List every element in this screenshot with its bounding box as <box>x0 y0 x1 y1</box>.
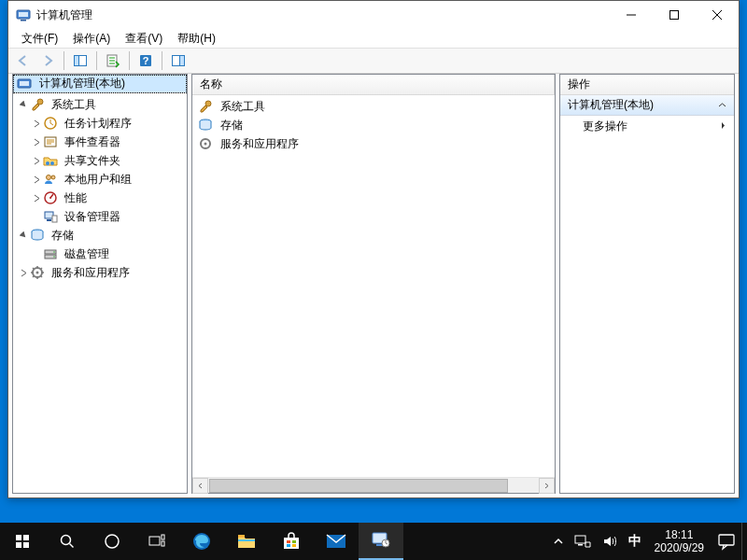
tree-node-device-manager[interactable]: 设备管理器 <box>13 207 187 226</box>
svg-point-13 <box>37 99 43 105</box>
menu-action[interactable]: 操作(A) <box>65 29 118 49</box>
tree-label: 服务和应用程序 <box>49 264 133 282</box>
menu-file[interactable]: 文件(F) <box>14 29 65 49</box>
tray-clock[interactable]: 18:11 2020/9/29 <box>647 528 712 554</box>
svg-point-29 <box>53 256 55 258</box>
svg-rect-38 <box>16 542 21 548</box>
scroll-right-button[interactable] <box>539 478 555 494</box>
list-item[interactable]: 存储 <box>192 116 555 134</box>
svg-point-32 <box>205 101 211 106</box>
actions-more[interactable]: 更多操作 <box>560 116 734 136</box>
actions-section-label: 计算机管理(本地) <box>568 97 654 113</box>
taskbar-file-explorer[interactable] <box>224 523 269 560</box>
search-button[interactable] <box>45 523 90 560</box>
show-desktop-button[interactable] <box>741 523 747 560</box>
horizontal-scrollbar[interactable] <box>192 477 555 493</box>
actions-pane: 操作 计算机管理(本地) 更多操作 <box>559 74 735 494</box>
menu-view[interactable]: 查看(V) <box>118 29 170 49</box>
tree-node-local-users[interactable]: 本地用户和组 <box>13 170 187 189</box>
toolbar-separator <box>63 51 64 70</box>
users-icon <box>43 172 58 187</box>
taskbar-mail[interactable] <box>314 523 359 560</box>
expand-icon[interactable] <box>30 138 43 147</box>
expand-icon[interactable] <box>30 194 43 203</box>
list-item[interactable]: 系统工具 <box>192 97 555 116</box>
svg-rect-48 <box>284 538 299 549</box>
window-title: 计算机管理 <box>36 7 610 23</box>
svg-rect-3 <box>670 11 679 20</box>
tree-label: 本地用户和组 <box>62 171 134 189</box>
svg-rect-2 <box>19 12 28 17</box>
tree-label: 存储 <box>49 227 77 245</box>
tree-node-system-tools[interactable]: 系统工具 <box>13 95 187 114</box>
svg-point-16 <box>46 161 49 165</box>
details-pane: 名称 系统工具 存储 服务和应用程序 <box>191 74 556 494</box>
svg-point-35 <box>204 143 207 146</box>
svg-point-28 <box>53 251 55 253</box>
system-tray: 中 18:11 2020/9/29 <box>548 523 747 560</box>
tree-label: 设备管理器 <box>62 208 123 226</box>
action-center-button[interactable] <box>712 523 741 560</box>
collapse-icon[interactable] <box>17 231 30 240</box>
computer-management-icon <box>17 77 32 91</box>
svg-rect-47 <box>238 539 255 541</box>
tree-root-label: 计算机管理(本地) <box>39 76 125 91</box>
svg-rect-43 <box>162 535 164 539</box>
tray-ime-indicator[interactable]: 中 <box>623 523 647 560</box>
titlebar[interactable]: 计算机管理 <box>8 1 739 29</box>
taskbar-store[interactable] <box>269 523 314 560</box>
expand-icon[interactable] <box>30 175 43 184</box>
start-button[interactable] <box>0 523 45 560</box>
tray-overflow-button[interactable] <box>548 523 569 560</box>
show-hide-action-button[interactable] <box>167 49 190 72</box>
menu-help[interactable]: 帮助(H) <box>170 29 223 49</box>
tree-node-performance[interactable]: 性能 <box>13 189 187 207</box>
column-name[interactable]: 名称 <box>192 75 555 94</box>
svg-point-41 <box>106 535 119 548</box>
storage-icon <box>30 228 45 243</box>
storage-icon <box>198 118 213 133</box>
properties-button[interactable] <box>102 49 124 72</box>
scroll-left-button[interactable] <box>192 478 208 494</box>
cortana-button[interactable] <box>90 523 134 560</box>
tree-node-disk-management[interactable]: 磁盘管理 <box>13 245 187 263</box>
task-view-button[interactable] <box>134 523 179 560</box>
device-manager-icon <box>43 209 58 224</box>
tray-network-icon[interactable] <box>569 523 597 560</box>
event-viewer-icon <box>43 134 58 149</box>
maximize-button[interactable] <box>653 1 696 29</box>
console-tree[interactable]: 系统工具 任务计划程序 事件查看器 共享文件夹 <box>13 93 187 493</box>
menubar: 文件(F) 操作(A) 查看(V) 帮助(H) <box>8 29 739 48</box>
tree-node-event-viewer[interactable]: 事件查看器 <box>13 133 187 151</box>
scroll-thumb[interactable] <box>209 479 508 493</box>
taskbar[interactable]: 中 18:11 2020/9/29 <box>0 523 747 560</box>
expand-icon[interactable] <box>30 119 43 128</box>
expand-icon[interactable] <box>30 157 43 165</box>
tree-node-task-scheduler[interactable]: 任务计划程序 <box>13 114 187 133</box>
list-body[interactable]: 系统工具 存储 服务和应用程序 <box>192 95 555 477</box>
svg-point-19 <box>51 175 55 179</box>
minimize-button[interactable] <box>610 1 653 29</box>
tree-node-services-apps[interactable]: 服务和应用程序 <box>13 263 187 282</box>
tree-node-storage[interactable]: 存储 <box>13 226 187 245</box>
show-hide-tree-button[interactable] <box>69 49 92 72</box>
tray-date: 2020/9/29 <box>655 541 704 554</box>
help-button[interactable]: ? <box>134 49 157 72</box>
svg-rect-12 <box>20 81 29 86</box>
taskbar-edge[interactable] <box>179 523 224 560</box>
back-button[interactable] <box>12 49 35 72</box>
actions-section[interactable]: 计算机管理(本地) <box>560 95 734 116</box>
list-item-label: 服务和应用程序 <box>220 136 299 152</box>
tray-volume-icon[interactable] <box>597 523 623 560</box>
expand-icon[interactable] <box>17 269 30 277</box>
list-header[interactable]: 名称 <box>192 75 555 95</box>
tree-node-shared-folders[interactable]: 共享文件夹 <box>13 151 187 170</box>
list-item[interactable]: 服务和应用程序 <box>192 134 555 153</box>
taskbar-computer-management[interactable] <box>359 523 403 560</box>
computer-management-icon <box>16 7 31 22</box>
close-button[interactable] <box>696 1 739 29</box>
tree-root[interactable]: 计算机管理(本地) <box>13 75 187 93</box>
collapse-icon[interactable] <box>17 101 30 109</box>
forward-button[interactable] <box>36 49 59 72</box>
svg-rect-59 <box>719 535 734 545</box>
